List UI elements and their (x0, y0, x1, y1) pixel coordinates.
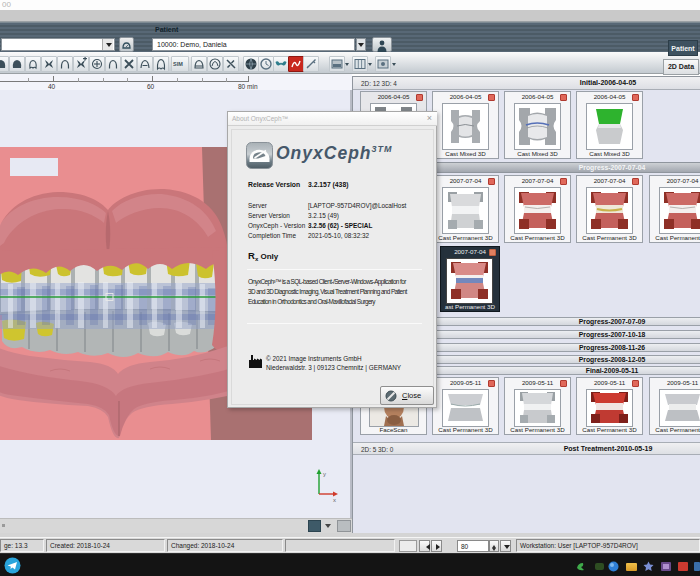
svg-text:y: y (323, 471, 326, 477)
svg-text:x: x (333, 497, 336, 502)
